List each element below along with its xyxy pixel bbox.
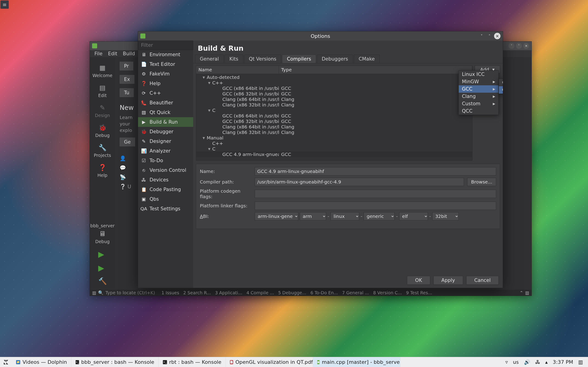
plasma-panel-button[interactable]: ≡ — [0, 0, 9, 9]
linker-flags-input[interactable] — [255, 202, 496, 210]
category-text-editor[interactable]: 📄Text Editor — [138, 59, 193, 69]
maximize-button[interactable]: ˄ — [486, 33, 493, 39]
compiler-path-input[interactable] — [255, 178, 464, 186]
chevron-up-icon[interactable]: ⌃ — [519, 290, 523, 295]
menu-item-gcc[interactable]: GCC▸ — [459, 85, 498, 93]
tab-compilers[interactable]: Compilers — [282, 55, 316, 63]
abi-flavor-select[interactable]: generic — [363, 212, 395, 220]
menu-build[interactable]: Build — [121, 50, 137, 57]
table-row[interactable]: GCC (x86 32bit in /usr/bin)GCC — [196, 91, 472, 97]
table-row[interactable]: ▾Manual — [196, 135, 472, 141]
keyboard-layout[interactable]: us — [513, 359, 519, 365]
show-desktop-icon[interactable]: ▥ — [578, 359, 583, 365]
run-button[interactable]: ▶ — [98, 250, 107, 259]
welcome-tutorials-button[interactable]: Tu — [120, 88, 134, 97]
locator[interactable]: 🔍 Type to locate (Ctrl+K) — [98, 290, 155, 295]
cancel-button[interactable]: Cancel — [466, 276, 499, 285]
output-pane-1[interactable]: 1 Issues — [162, 290, 179, 295]
tab-kits[interactable]: Kits — [225, 55, 243, 63]
category-qt-quick[interactable]: ▧Qt Quick — [138, 108, 193, 117]
table-row[interactable]: ▾C — [196, 146, 472, 152]
category-beautifier[interactable]: 👠Beautifier — [138, 98, 193, 108]
taskbar-task[interactable]: 📄OpenGL visualization in QT.pdf - O — [226, 357, 313, 367]
welcome-projects-button[interactable]: Pr — [120, 62, 133, 70]
debug-run-button[interactable]: ▶ — [98, 263, 107, 273]
category-debugger[interactable]: 🐞Debugger — [138, 127, 193, 136]
category-version-control[interactable]: ⎋Version Control — [138, 165, 193, 175]
maximize-button[interactable]: ˄ — [516, 43, 522, 49]
output-pane-5[interactable]: 5 Debugge... — [278, 290, 306, 295]
menu-file[interactable]: File — [92, 50, 105, 57]
submenu-item-c[interactable]: C — [499, 79, 503, 86]
output-pane-4[interactable]: 4 Compile ... — [246, 290, 274, 295]
category-build-run[interactable]: ▶Build & Run — [138, 117, 193, 127]
output-pane-3[interactable]: 3 Applicati... — [215, 290, 242, 295]
tab-general[interactable]: General — [195, 55, 224, 63]
add-gcc-submenu[interactable]: CC++ — [499, 79, 503, 94]
tray-up-icon[interactable]: ▴ — [545, 359, 548, 365]
taskbar-task[interactable]: 📁Videos — Dolphin — [12, 357, 71, 367]
menu-item-linux-icc[interactable]: Linux ICC — [459, 71, 498, 78]
category-test-settings[interactable]: QATest Settings — [138, 204, 193, 214]
welcome-getstarted-button[interactable]: Ge — [120, 138, 135, 146]
tab-qt-versions[interactable]: Qt Versions — [244, 55, 281, 63]
output-pane-2[interactable]: 2 Search R... — [183, 290, 211, 295]
category-code-pasting[interactable]: 📋Code Pasting — [138, 185, 193, 194]
taskbar-task[interactable]: >_bbb_server : bash — Konsole — [71, 357, 159, 367]
menu-edit[interactable]: Edit — [106, 50, 120, 57]
abi-os-select[interactable]: linux — [330, 212, 359, 220]
submenu-item-cpp[interactable]: C++ — [499, 86, 503, 94]
volume-icon[interactable]: 🔊 — [524, 359, 530, 365]
sidebar-toggle-icon[interactable]: ▥ — [92, 290, 96, 295]
tab-cmake[interactable]: CMake — [354, 55, 380, 63]
table-row[interactable]: GCC 4.9 arm-linux-gnueabihfGCC — [196, 152, 472, 157]
build-button[interactable]: 🔨 — [98, 277, 107, 285]
minimize-button[interactable]: ˅ — [478, 33, 485, 39]
menu-item-custom[interactable]: Custom▸ — [459, 100, 498, 107]
add-compiler-menu[interactable]: Linux ICCMinGW▸GCC▸Clang▸Custom▸QCC — [458, 70, 499, 115]
table-row[interactable]: Clang (x86 64bit in /usr/bin)Clang — [196, 124, 472, 130]
category-filter-input[interactable] — [138, 41, 193, 50]
category-qbs[interactable]: ▣Qbs — [138, 194, 193, 204]
category-c-[interactable]: ⟳C++ — [138, 88, 193, 98]
tab-debuggers[interactable]: Debuggers — [317, 55, 353, 63]
close-button[interactable]: ✕ — [494, 33, 501, 39]
table-row[interactable]: ▾Auto-detected — [196, 75, 472, 80]
output-pane-6[interactable]: 6 To-Do En... — [310, 290, 338, 295]
abi-arch-select[interactable]: arm — [300, 212, 326, 220]
abi-width-select[interactable]: 32bit — [432, 212, 459, 220]
category-to-do[interactable]: ☑To-Do — [138, 156, 193, 165]
mode-edit[interactable]: ▤Edit — [94, 82, 111, 100]
menu-item-qcc[interactable]: QCC — [459, 107, 498, 115]
col-name[interactable]: Name — [196, 66, 279, 74]
mode-debug[interactable]: 🐞Debug — [94, 122, 111, 140]
sidebar-right-toggle-icon[interactable]: ▥ — [525, 290, 529, 295]
table-row[interactable]: C++ — [196, 141, 472, 146]
category-analyzer[interactable]: 📊Analyzer — [138, 146, 193, 156]
close-button[interactable]: ✕ — [523, 43, 529, 49]
application-launcher[interactable] — [0, 357, 12, 367]
category-devices[interactable]: 🖧Devices — [138, 175, 193, 185]
col-type[interactable]: Type — [279, 66, 472, 74]
menu-item-mingw[interactable]: MinGW▸ — [459, 78, 498, 85]
target-selector[interactable]: bbb_server 🖥 Debug — [90, 223, 115, 244]
clock[interactable]: 3:37 PM — [553, 359, 573, 365]
table-row[interactable]: GCC (x86 64bit in /usr/bin)GCC — [196, 113, 472, 119]
codegen-flags-input[interactable] — [255, 190, 496, 198]
mode-welcome[interactable]: ▦Welcome — [94, 62, 111, 80]
category-designer[interactable]: ✎Designer — [138, 136, 193, 146]
table-row[interactable]: GCC (x86 32bit in /usr/bin)GCC — [196, 119, 472, 124]
compilers-table[interactable]: Name Type ▾Auto-detected▾C++GCC (x86 64b… — [196, 66, 473, 161]
table-row[interactable]: ▾C — [196, 108, 472, 113]
taskbar-task[interactable]: ▣main.cpp [master] - bbb_server - Q — [313, 357, 400, 367]
compiler-name-input[interactable] — [255, 167, 496, 175]
table-row[interactable]: GCC (x86 64bit in /usr/bin)GCC — [196, 85, 472, 91]
abi-format-select[interactable]: elf — [399, 212, 428, 220]
table-row[interactable]: Clang (x86 64bit in /usr/bin)Clang — [196, 97, 472, 102]
category-fakevim[interactable]: ⚙FakeVim — [138, 69, 193, 79]
browse-button[interactable]: Browse... — [467, 178, 496, 186]
minimize-button[interactable]: ˅ — [509, 43, 515, 49]
category-help[interactable]: ❓Help — [138, 79, 193, 88]
apply-button[interactable]: Apply — [433, 276, 463, 285]
mode-help[interactable]: ❓Help — [94, 161, 111, 180]
